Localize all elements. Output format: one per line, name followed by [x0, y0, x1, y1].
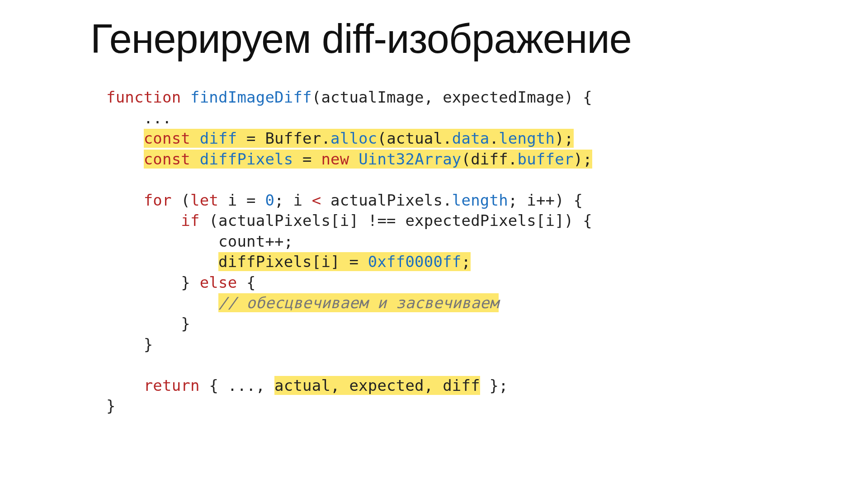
code-highlight: const diffPixels = new Uint32Array(diff.… — [144, 150, 592, 169]
code-text: ; — [461, 253, 471, 271]
code-text: actualPixels. — [321, 191, 452, 209]
code-text: } — [106, 335, 153, 353]
code-keyword: else — [200, 273, 237, 291]
code-text: } — [106, 397, 116, 415]
code-text: = Buffer. — [237, 129, 330, 147]
code-keyword: function — [106, 88, 181, 106]
code-text — [106, 253, 218, 271]
code-keyword: new — [321, 150, 349, 168]
code-keyword: if — [181, 211, 199, 230]
code-prop: data — [452, 129, 490, 147]
code-highlight: diffPixels[i] = 0xff0000ff; — [218, 252, 471, 271]
code-text: i = — [218, 191, 265, 209]
code-text: } — [106, 314, 190, 333]
code-text: (diff. — [462, 150, 518, 168]
code-text: } — [106, 273, 200, 291]
code-keyword: const — [144, 129, 190, 147]
code-keyword: let — [190, 191, 218, 209]
code-text: (actualPixels[i] !== expectedPixels[i]) … — [200, 211, 592, 230]
code-function-name: findImageDiff — [190, 88, 312, 106]
code-text: ( — [172, 191, 190, 209]
code-method: alloc — [330, 129, 377, 147]
code-highlight: const diff = Buffer.alloc(actual.data.le… — [144, 129, 574, 148]
code-op: < — [312, 191, 321, 209]
code-text: . — [490, 129, 499, 147]
code-highlight: actual, expected, diff — [274, 376, 480, 395]
code-text: diffPixels[i] = — [218, 253, 368, 271]
code-number: 0 — [265, 191, 274, 209]
code-text: count++; — [106, 232, 293, 250]
code-prop: length — [452, 191, 508, 209]
slide-title: Генерируем diff-изображение — [90, 16, 778, 62]
code-keyword: return — [144, 376, 200, 394]
code-text — [106, 294, 218, 312]
code-block: function findImageDiff(actualImage, expe… — [90, 87, 778, 417]
code-prop: buffer — [518, 150, 574, 168]
code-text: { — [237, 273, 255, 291]
code-text: ); — [555, 129, 573, 147]
code-highlight-comment: // обесцвечиваем и засвечиваем — [218, 293, 499, 312]
code-text: (actualImage, expectedImage) { — [312, 88, 592, 106]
code-text: = — [293, 150, 321, 168]
code-text: (actual. — [377, 129, 452, 147]
code-text: { ..., — [200, 376, 274, 394]
code-keyword: const — [144, 150, 190, 168]
presentation-slide: Генерируем diff-изображение function fin… — [0, 0, 868, 488]
code-text: ... — [106, 109, 172, 127]
code-text: ; i++) { — [508, 191, 583, 209]
code-prop: length — [499, 129, 555, 147]
code-text: ; i — [274, 191, 312, 209]
code-text: ); — [574, 150, 592, 168]
code-class: Uint32Array — [359, 150, 461, 168]
code-var: diff — [200, 129, 237, 147]
code-text — [349, 150, 359, 168]
code-number: 0xff0000ff — [368, 253, 462, 271]
code-var: diffPixels — [200, 150, 293, 168]
code-keyword: for — [144, 191, 172, 209]
code-text: }; — [480, 376, 508, 394]
